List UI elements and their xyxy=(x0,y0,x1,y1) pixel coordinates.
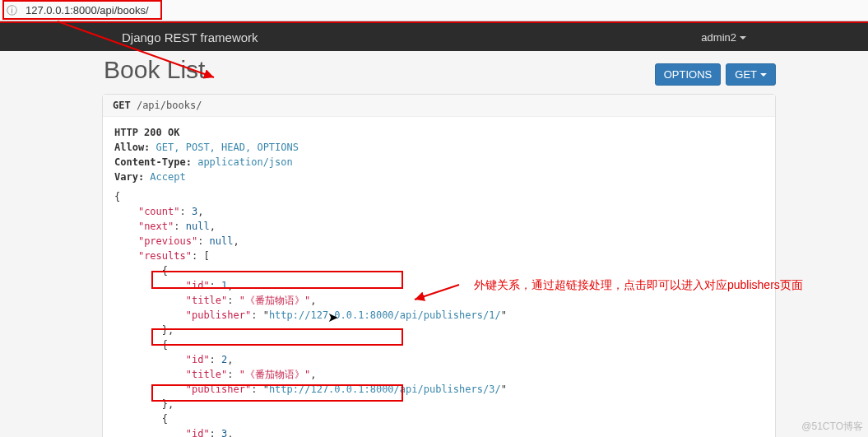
request-line: GET /api/books/ xyxy=(103,95,775,117)
svg-line-1 xyxy=(415,285,459,300)
allow-header: GET, POST, HEAD, OPTIONS xyxy=(156,142,299,153)
arrow-icon xyxy=(49,18,222,84)
response-panel: GET /api/books/ HTTP 200 OK Allow: GET, … xyxy=(102,94,776,437)
options-button[interactable]: OPTIONS xyxy=(655,63,722,86)
chevron-down-icon xyxy=(760,73,767,77)
publisher-link[interactable]: http://127.0.0.1:8000/api/publishers/1/ xyxy=(269,309,501,321)
info-icon: ⓘ xyxy=(7,3,17,18)
vary-header: Accept xyxy=(150,171,185,183)
publisher-link[interactable]: http://127.0.0.1:8000/api/publishers/3/ xyxy=(269,384,501,395)
annotation-text: 外键关系，通过超链接处理，点击即可以进入对应publishers页面 xyxy=(474,277,828,294)
arrow-icon xyxy=(410,281,467,306)
content-type-header: application/json xyxy=(197,156,293,168)
main-content: Book List OPTIONS GET GET /api/books/ HT… xyxy=(0,51,868,437)
url-text: 127.0.0.1:8000/api/books/ xyxy=(21,2,154,18)
watermark: @51CTO博客 xyxy=(801,420,863,434)
status-line: HTTP 200 OK xyxy=(114,127,179,138)
svg-line-0 xyxy=(58,21,214,77)
chevron-down-icon xyxy=(740,36,746,40)
get-button[interactable]: GET xyxy=(726,63,776,86)
json-output: { "count": 3, "next": null, "previous": … xyxy=(114,189,764,437)
navbar-user-menu[interactable]: admin2 xyxy=(701,31,746,44)
